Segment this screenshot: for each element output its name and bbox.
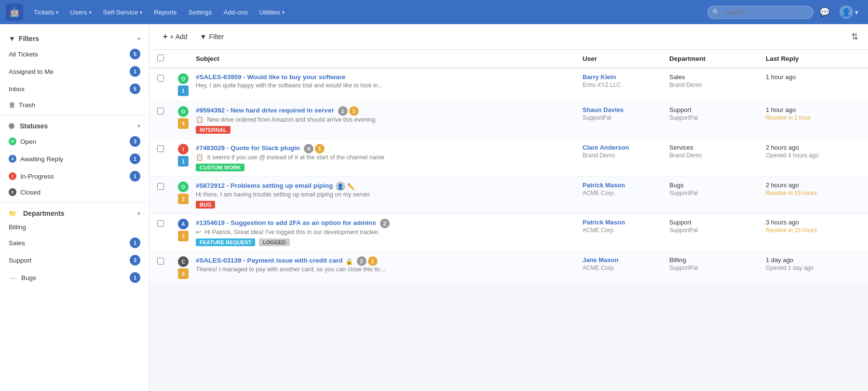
filters-collapse-icon: ▾: [137, 36, 140, 42]
user-name-1[interactable]: Shaun Davies: [583, 106, 669, 113]
nav-tickets-chevron: ▾: [56, 10, 58, 15]
sidebar-item-all-tickets[interactable]: All Tickets 5: [0, 45, 149, 63]
user-menu[interactable]: 👤 ▾: [836, 3, 862, 21]
user-name-0[interactable]: Barry Klein: [583, 73, 669, 81]
select-all-checkbox[interactable]: [157, 55, 164, 61]
nav-tickets[interactable]: Tickets ▾: [29, 6, 63, 19]
table-row[interactable]: O 2 #5872912 - Problems setting up email…: [149, 177, 868, 214]
row-check-0: [157, 73, 175, 82]
nav-users-chevron: ▾: [89, 10, 92, 15]
priority-badge-4: 2: [178, 231, 189, 241]
ticket-title-2[interactable]: #7483029 - Quote for Slack plugin: [196, 144, 300, 152]
nav-addons[interactable]: Add-ons: [218, 6, 252, 19]
rb-gray-2: 4: [304, 144, 313, 154]
reply-sla-3: Resolve in 15 hours: [766, 190, 862, 196]
row-checkbox-1[interactable]: [157, 108, 164, 114]
departments-section-header[interactable]: 📁 Departments ▾: [0, 206, 149, 220]
chat-icon: 💬: [819, 7, 830, 17]
tag-internal-1: INTERNAL: [196, 126, 231, 134]
row-checkbox-0[interactable]: [157, 75, 164, 82]
sidebar-dept-bugs[interactable]: — Bugs 1: [0, 269, 149, 286]
reply-badges-4: 2: [380, 219, 390, 228]
row-reply-2: 2 hours ago Opened 4 hours ago: [766, 144, 862, 159]
sidebar-dept-sales[interactable]: Sales 1: [0, 234, 149, 251]
add-button[interactable]: + + Add: [159, 30, 191, 43]
sidebar-item-assigned-to-me[interactable]: Assigned to Me 1: [0, 63, 149, 80]
row-checkbox-4[interactable]: [157, 220, 164, 227]
ticket-title-3[interactable]: #5872912 - Problems setting up email pip…: [196, 182, 333, 189]
add-label: + Add: [170, 33, 187, 41]
rb-orange-5: 1: [368, 256, 378, 266]
nav-reports-label: Reports: [154, 9, 176, 16]
row-status-1: O 4: [175, 106, 192, 129]
sidebar-status-inprogress[interactable]: I In-Progress 1: [0, 168, 149, 185]
priority-badge-5: 3: [178, 268, 189, 279]
nav-users[interactable]: Users ▾: [65, 6, 96, 19]
table-row[interactable]: O 4 #9594392 - New hard drive required i…: [149, 101, 868, 139]
user-name-5[interactable]: Jane Mason: [583, 256, 669, 264]
sidebar-status-closed[interactable]: C Closed: [0, 185, 149, 199]
row-reply-4: 3 hours ago Resolve in 15 hours: [766, 219, 862, 234]
nav-settings[interactable]: Settings: [184, 6, 217, 19]
row-user-1: Shaun Davies SupportPal: [583, 106, 669, 121]
ticket-title-5[interactable]: #SALES-03139 - Payment issue with credit…: [196, 257, 343, 264]
table-header: Subject User Department Last Reply: [149, 50, 868, 69]
row-dept-0: Sales Brand Demo: [669, 73, 766, 88]
edit-icon-3[interactable]: ✏️: [347, 183, 355, 190]
statuses-section-header[interactable]: Statuses ▾: [0, 118, 149, 133]
search-input[interactable]: [707, 6, 814, 19]
add-icon: +: [163, 32, 167, 41]
user-org-1: SupportPal: [583, 114, 669, 121]
ticket-table: Subject User Department Last Reply O: [149, 50, 868, 391]
ticket-title-1[interactable]: #9594392 - New hard drive required in se…: [196, 107, 334, 114]
row-checkbox-3[interactable]: [157, 183, 164, 190]
statuses-collapse-icon: ▾: [137, 123, 140, 129]
table-row[interactable]: I 1 #7483029 - Quote for Slack plugin 4 …: [149, 139, 868, 177]
sidebar-dept-billing[interactable]: Billing: [0, 220, 149, 234]
ticket-preview-3: Hi there, I am having trouble setting up…: [196, 191, 427, 198]
table-row[interactable]: O 1 #SALES-63959 - Would like to buy you…: [149, 69, 868, 101]
filter-button[interactable]: ▼ Filter: [196, 30, 228, 43]
reply-opened-2: Opened 4 hours ago: [766, 152, 862, 159]
sort-icon[interactable]: ⇅: [851, 31, 858, 42]
row-checkbox-5[interactable]: [157, 258, 164, 265]
row-checkbox-2[interactable]: [157, 145, 164, 152]
row-reply-3: 2 hours ago Resolve in 15 hours: [766, 182, 862, 196]
rb-gray-5: 2: [357, 256, 366, 266]
filters-section-header[interactable]: ▼ Filters ▾: [0, 31, 149, 45]
sales-label: Sales: [9, 239, 130, 247]
dept-name-2: Services: [669, 144, 766, 151]
ticket-title-0[interactable]: #SALES-63959 - Would like to buy your so…: [196, 73, 345, 81]
reply-badges-5: 2 1: [357, 256, 378, 266]
nav-utilities[interactable]: Utilities ▾: [255, 6, 290, 19]
reply-sla-1: Resolve in 1 hour: [766, 114, 862, 121]
dept-name-1: Support: [669, 106, 766, 113]
sidebar-item-inbox[interactable]: Inbox 5: [0, 80, 149, 98]
user-name-4[interactable]: Patrick Mason: [583, 219, 669, 226]
app-logo[interactable]: 🤖: [6, 3, 23, 21]
chat-button[interactable]: 💬: [815, 4, 834, 20]
dept-sub-3: SupportPal: [669, 190, 766, 196]
filter-label: Filter: [209, 33, 224, 41]
user-name-2[interactable]: Clare Anderson: [583, 144, 669, 151]
billing-label: Billing: [9, 223, 140, 231]
nav-settings-label: Settings: [189, 9, 212, 16]
sidebar-dept-support[interactable]: Support 3: [0, 251, 149, 269]
ticket-title-4[interactable]: #1354619 - Suggestion to add 2FA as an o…: [196, 219, 376, 226]
closed-dot: C: [9, 188, 16, 196]
row-user-2: Clare Anderson Brand Demo: [583, 144, 669, 159]
dept-sub-5: SupportPal: [669, 265, 766, 271]
table-row[interactable]: C 3 #SALES-03139 - Payment issue with cr…: [149, 251, 868, 284]
nav-reports[interactable]: Reports: [149, 6, 181, 19]
table-row[interactable]: A 2 #1354619 - Suggestion to add 2FA as …: [149, 214, 868, 251]
status-circle-5: C: [178, 256, 189, 267]
sidebar-status-open[interactable]: O Open 3: [0, 133, 149, 150]
sidebar-item-trash[interactable]: 🗑 Trash: [0, 98, 149, 112]
user-name-3[interactable]: Patrick Mason: [583, 182, 669, 189]
inprogress-badge: 1: [130, 171, 140, 182]
all-tickets-badge: 5: [130, 49, 140, 59]
sidebar-status-awaiting[interactable]: A Awaiting Reply 1: [0, 150, 149, 168]
user-menu-chevron: ▾: [855, 9, 858, 16]
row-status-2: I 1: [175, 144, 192, 167]
nav-selfservice[interactable]: Self-Service ▾: [98, 6, 148, 19]
